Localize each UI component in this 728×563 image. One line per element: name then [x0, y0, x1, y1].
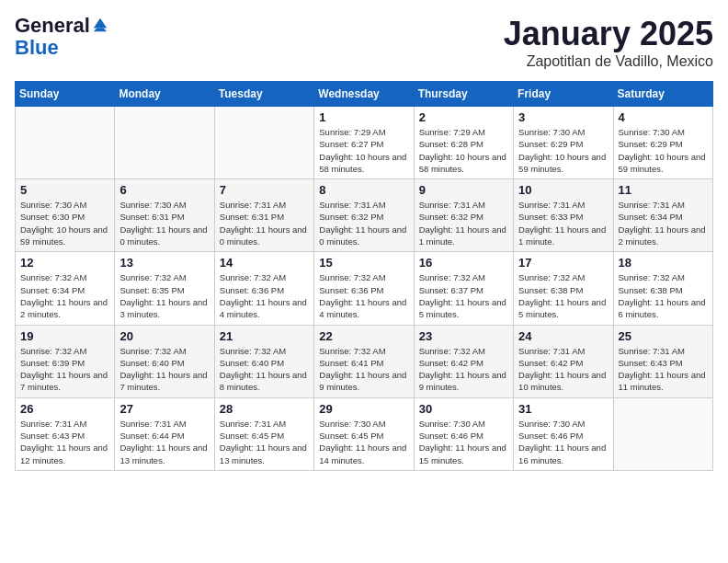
calendar-day-cell: 9Sunrise: 7:31 AM Sunset: 6:32 PM Daylig… [414, 179, 513, 252]
day-of-week-header: Tuesday [214, 82, 313, 107]
day-info: Sunrise: 7:32 AM Sunset: 6:40 PM Dayligh… [119, 345, 209, 394]
day-number: 14 [220, 256, 309, 270]
day-of-week-header: Thursday [414, 82, 513, 107]
calendar-day-cell: 16Sunrise: 7:32 AM Sunset: 6:37 PM Dayli… [414, 252, 513, 325]
day-info: Sunrise: 7:32 AM Sunset: 6:40 PM Dayligh… [220, 345, 309, 394]
calendar-day-cell: 24Sunrise: 7:31 AM Sunset: 6:42 PM Dayli… [514, 325, 613, 397]
day-info: Sunrise: 7:30 AM Sunset: 6:29 PM Dayligh… [518, 126, 608, 175]
calendar-day-cell [613, 397, 712, 470]
calendar-day-cell: 4Sunrise: 7:30 AM Sunset: 6:29 PM Daylig… [613, 107, 712, 179]
calendar-week-row: 19Sunrise: 7:32 AM Sunset: 6:39 PM Dayli… [16, 325, 713, 397]
day-number: 26 [20, 402, 109, 416]
day-number: 4 [619, 110, 708, 124]
day-of-week-header: Monday [115, 82, 214, 107]
day-of-week-header: Wednesday [314, 82, 414, 107]
calendar-day-cell: 27Sunrise: 7:31 AM Sunset: 6:44 PM Dayli… [115, 397, 214, 470]
day-number: 8 [319, 183, 408, 197]
day-info: Sunrise: 7:31 AM Sunset: 6:42 PM Dayligh… [518, 345, 608, 394]
day-info: Sunrise: 7:32 AM Sunset: 6:36 PM Dayligh… [220, 271, 309, 320]
day-info: Sunrise: 7:31 AM Sunset: 6:32 PM Dayligh… [419, 199, 508, 247]
day-info: Sunrise: 7:31 AM Sunset: 6:34 PM Dayligh… [619, 199, 708, 247]
calendar-day-cell: 14Sunrise: 7:32 AM Sunset: 6:36 PM Dayli… [214, 252, 313, 325]
logo: General Blue [15, 15, 108, 59]
calendar-day-cell: 30Sunrise: 7:30 AM Sunset: 6:46 PM Dayli… [414, 397, 513, 470]
day-number: 18 [619, 256, 708, 270]
day-number: 20 [119, 329, 209, 343]
day-number: 25 [619, 329, 708, 343]
title-block: January 2025 Zapotitlan de Vadillo, Mexi… [504, 15, 713, 70]
calendar-day-cell: 28Sunrise: 7:31 AM Sunset: 6:45 PM Dayli… [214, 397, 313, 470]
day-info: Sunrise: 7:30 AM Sunset: 6:46 PM Dayligh… [518, 418, 608, 466]
calendar-day-cell: 5Sunrise: 7:30 AM Sunset: 6:30 PM Daylig… [16, 179, 115, 252]
calendar-week-row: 5Sunrise: 7:30 AM Sunset: 6:30 PM Daylig… [16, 179, 713, 252]
day-info: Sunrise: 7:32 AM Sunset: 6:41 PM Dayligh… [319, 345, 408, 394]
day-info: Sunrise: 7:32 AM Sunset: 6:42 PM Dayligh… [419, 345, 508, 394]
calendar-day-cell: 25Sunrise: 7:31 AM Sunset: 6:43 PM Dayli… [613, 325, 712, 397]
day-of-week-header: Saturday [613, 82, 712, 107]
calendar-day-cell: 7Sunrise: 7:31 AM Sunset: 6:31 PM Daylig… [214, 179, 313, 252]
day-number: 17 [518, 256, 608, 270]
calendar-table: SundayMondayTuesdayWednesdayThursdayFrid… [15, 81, 713, 471]
calendar-day-cell: 3Sunrise: 7:30 AM Sunset: 6:29 PM Daylig… [514, 107, 613, 179]
calendar-day-cell: 10Sunrise: 7:31 AM Sunset: 6:33 PM Dayli… [514, 179, 613, 252]
logo-blue: Blue [15, 36, 59, 59]
day-info: Sunrise: 7:31 AM Sunset: 6:31 PM Dayligh… [220, 199, 309, 247]
day-info: Sunrise: 7:32 AM Sunset: 6:37 PM Dayligh… [419, 271, 508, 320]
day-info: Sunrise: 7:30 AM Sunset: 6:45 PM Dayligh… [319, 418, 408, 466]
calendar-day-cell: 11Sunrise: 7:31 AM Sunset: 6:34 PM Dayli… [613, 179, 712, 252]
calendar-day-cell: 23Sunrise: 7:32 AM Sunset: 6:42 PM Dayli… [414, 325, 513, 397]
day-info: Sunrise: 7:30 AM Sunset: 6:29 PM Dayligh… [619, 126, 708, 175]
day-number: 29 [319, 402, 408, 416]
calendar-day-cell: 17Sunrise: 7:32 AM Sunset: 6:38 PM Dayli… [514, 252, 613, 325]
page-header: General Blue January 2025 Zapotitlan de … [15, 15, 713, 70]
calendar-day-cell: 31Sunrise: 7:30 AM Sunset: 6:46 PM Dayli… [514, 397, 613, 470]
calendar-day-cell: 19Sunrise: 7:32 AM Sunset: 6:39 PM Dayli… [16, 325, 115, 397]
svg-marker-1 [94, 29, 107, 32]
day-number: 19 [20, 329, 109, 343]
day-number: 12 [20, 256, 109, 270]
calendar-day-cell: 21Sunrise: 7:32 AM Sunset: 6:40 PM Dayli… [214, 325, 313, 397]
day-info: Sunrise: 7:32 AM Sunset: 6:36 PM Dayligh… [319, 271, 408, 320]
calendar-week-row: 26Sunrise: 7:31 AM Sunset: 6:43 PM Dayli… [16, 397, 713, 470]
calendar-day-cell [115, 107, 214, 179]
day-info: Sunrise: 7:32 AM Sunset: 6:38 PM Dayligh… [619, 271, 708, 320]
calendar-day-cell: 15Sunrise: 7:32 AM Sunset: 6:36 PM Dayli… [314, 252, 414, 325]
calendar-day-cell [16, 107, 115, 179]
calendar-day-cell: 18Sunrise: 7:32 AM Sunset: 6:38 PM Dayli… [613, 252, 712, 325]
day-number: 10 [518, 183, 608, 197]
day-number: 24 [518, 329, 608, 343]
day-info: Sunrise: 7:30 AM Sunset: 6:30 PM Dayligh… [20, 199, 109, 247]
calendar-day-cell: 26Sunrise: 7:31 AM Sunset: 6:43 PM Dayli… [16, 397, 115, 470]
calendar-week-row: 1Sunrise: 7:29 AM Sunset: 6:27 PM Daylig… [16, 107, 713, 179]
day-info: Sunrise: 7:30 AM Sunset: 6:46 PM Dayligh… [419, 418, 508, 466]
day-info: Sunrise: 7:32 AM Sunset: 6:38 PM Dayligh… [518, 271, 608, 320]
day-of-week-header: Friday [514, 82, 613, 107]
calendar-day-cell [214, 107, 313, 179]
day-number: 6 [119, 183, 209, 197]
month-title: January 2025 [504, 15, 713, 53]
day-info: Sunrise: 7:31 AM Sunset: 6:32 PM Dayligh… [319, 199, 408, 247]
day-info: Sunrise: 7:29 AM Sunset: 6:28 PM Dayligh… [419, 126, 508, 175]
day-number: 1 [319, 110, 408, 124]
day-number: 13 [119, 256, 209, 270]
day-number: 15 [319, 256, 408, 270]
calendar-body: 1Sunrise: 7:29 AM Sunset: 6:27 PM Daylig… [16, 107, 713, 471]
day-info: Sunrise: 7:31 AM Sunset: 6:33 PM Dayligh… [518, 199, 608, 247]
day-info: Sunrise: 7:32 AM Sunset: 6:39 PM Dayligh… [20, 345, 109, 394]
calendar-day-cell: 12Sunrise: 7:32 AM Sunset: 6:34 PM Dayli… [16, 252, 115, 325]
day-info: Sunrise: 7:31 AM Sunset: 6:43 PM Dayligh… [20, 418, 109, 466]
day-of-week-header: Sunday [16, 82, 115, 107]
day-info: Sunrise: 7:32 AM Sunset: 6:34 PM Dayligh… [20, 271, 109, 320]
calendar-day-cell: 29Sunrise: 7:30 AM Sunset: 6:45 PM Dayli… [314, 397, 414, 470]
day-number: 3 [518, 110, 608, 124]
calendar-header-row: SundayMondayTuesdayWednesdayThursdayFrid… [16, 82, 713, 107]
day-number: 16 [419, 256, 508, 270]
day-number: 7 [220, 183, 309, 197]
day-number: 2 [419, 110, 508, 124]
day-number: 5 [20, 183, 109, 197]
location: Zapotitlan de Vadillo, Mexico [504, 53, 713, 70]
calendar-week-row: 12Sunrise: 7:32 AM Sunset: 6:34 PM Dayli… [16, 252, 713, 325]
day-info: Sunrise: 7:31 AM Sunset: 6:43 PM Dayligh… [619, 345, 708, 394]
day-number: 30 [419, 402, 508, 416]
day-number: 22 [319, 329, 408, 343]
